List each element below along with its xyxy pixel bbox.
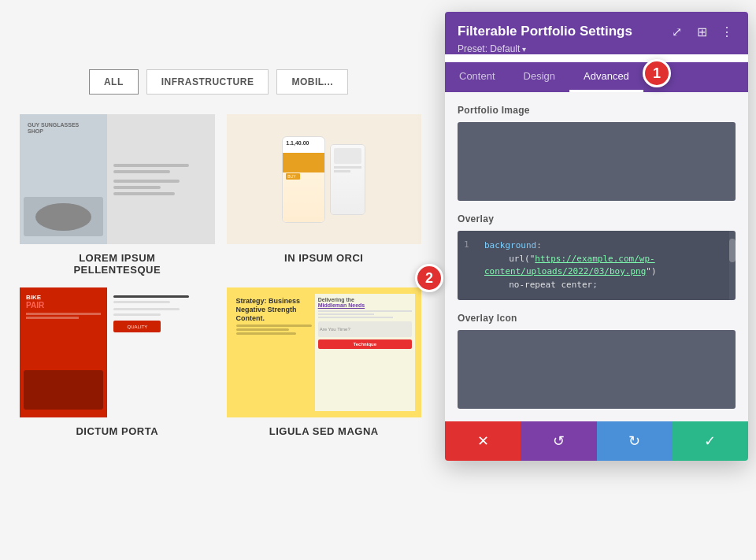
- cancel-icon: ✕: [477, 432, 489, 450]
- filter-all[interactable]: ALL: [89, 69, 139, 95]
- list-item: GUY SUNGLASSESSHOP: [20, 114, 215, 276]
- code-text: background: url("https://example.com/wp-…: [484, 239, 729, 291]
- save-button[interactable]: ✓: [673, 421, 748, 461]
- portfolio-thumb-3: BIKEPAIR QUALITY: [20, 287, 215, 417]
- portfolio-image-placeholder[interactable]: [458, 122, 736, 201]
- thumb-red-section: BIKEPAIR: [20, 287, 107, 417]
- expand-icon[interactable]: ⤢: [668, 23, 685, 40]
- thumb-side-img: Delivering theMiddleman Needs Are You Ti…: [315, 294, 415, 411]
- portfolio-thumb-1: GUY SUNGLASSESSHOP: [20, 114, 215, 244]
- overlay-icon-label: Overlay Icon: [458, 313, 736, 324]
- portfolio-item-title: DICTUM PORTA: [76, 425, 158, 437]
- panel-header: Filterable Portfolio Settings ⤢ ⊞ ⋮ Pres…: [445, 12, 748, 54]
- preset-label: Preset: Default: [458, 43, 520, 54]
- thumb-phone-secondary: [330, 144, 365, 215]
- header-icons: ⤢ ⊞ ⋮: [668, 23, 736, 40]
- more-options-icon[interactable]: ⋮: [718, 23, 736, 40]
- portfolio-item-title: LIGULA SED MAGNA: [269, 425, 379, 437]
- thumb-content-right: [107, 114, 214, 244]
- tab-advanced[interactable]: Advanced: [569, 62, 643, 92]
- undo-icon: ↺: [553, 432, 565, 450]
- panel-body: Portfolio Image Overlay 1 background: ur…: [445, 92, 748, 421]
- scrollbar[interactable]: [729, 231, 736, 300]
- portfolio-item-title: LOREM IPSUMPELLENTESQUE: [73, 252, 161, 276]
- preset-selector[interactable]: Preset: Default ▾: [458, 43, 736, 54]
- thumb-image-left: GUY SUNGLASSESSHOP: [20, 114, 107, 244]
- thumb-light-section: QUALITY: [107, 287, 214, 417]
- filter-infrastructure[interactable]: INFRASTRUCTURE: [146, 69, 269, 95]
- code-line-1: 1 background: url("https://example.com/w…: [458, 239, 736, 292]
- portfolio-thumb-4: Strategy: BusinessNegative StrengthConte…: [227, 287, 422, 417]
- thumb-phone-main: BUY 1.1,40.00: [282, 136, 325, 223]
- badge-2: 2: [415, 264, 443, 292]
- redo-icon: ↻: [628, 432, 640, 450]
- panel-toolbar: ✕ ↺ ↻ ✓: [445, 421, 748, 461]
- code-editor-container: 1 background: url("https://example.com/w…: [458, 231, 736, 300]
- columns-icon[interactable]: ⊞: [693, 23, 710, 40]
- redo-button[interactable]: ↻: [597, 421, 673, 461]
- portfolio-item-title: IN IPSUM ORCI: [284, 252, 363, 264]
- filter-bar: ALL INFRASTRUCTURE MOBIL...: [0, 69, 437, 95]
- cancel-button[interactable]: ✕: [445, 421, 521, 461]
- overlay-icon-placeholder[interactable]: [458, 330, 736, 409]
- thumb-text-block: Strategy: BusinessNegative StrengthConte…: [233, 294, 315, 339]
- panel-title: Filterable Portfolio Settings: [458, 24, 632, 39]
- line-number: 1: [464, 239, 478, 250]
- overlay-label: Overlay: [458, 213, 736, 224]
- tab-content[interactable]: Content: [445, 62, 510, 92]
- portfolio-image-label: Portfolio Image: [458, 105, 736, 116]
- settings-panel: Filterable Portfolio Settings ⤢ ⊞ ⋮ Pres…: [445, 12, 748, 461]
- save-icon: ✓: [704, 432, 716, 450]
- undo-button[interactable]: ↺: [521, 421, 596, 461]
- overlay-code-editor[interactable]: 1 background: url("https://example.com/w…: [458, 231, 736, 300]
- list-item: Strategy: BusinessNegative StrengthConte…: [227, 287, 422, 437]
- list-item: BUY 1.1,40.00: [227, 114, 422, 276]
- filter-mobile[interactable]: MOBIL...: [276, 69, 348, 95]
- portfolio-grid: GUY SUNGLASSESSHOP: [8, 110, 433, 441]
- badge-1: 1: [643, 59, 671, 87]
- preset-arrow: ▾: [522, 45, 526, 54]
- list-item: BIKEPAIR QUALITY DICTU: [20, 287, 215, 437]
- tab-design[interactable]: Design: [510, 62, 569, 92]
- portfolio-thumb-2: BUY 1.1,40.00: [227, 114, 422, 244]
- panel-tabs: Content Design Advanced: [445, 62, 748, 92]
- scrollbar-thumb[interactable]: [729, 239, 736, 262]
